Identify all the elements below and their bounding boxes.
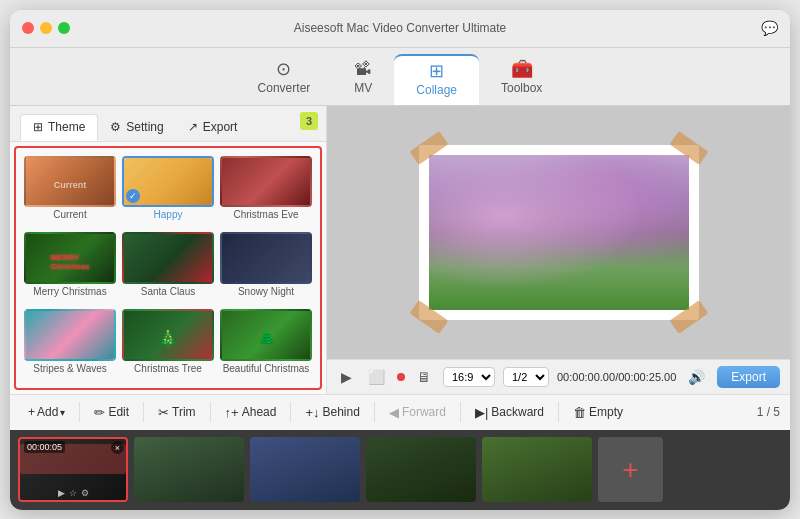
tab-converter-label: Converter	[258, 81, 311, 95]
right-panel: ▶ ⬜ 🖥 16:9 4:3 1:1 1/2 1/1 1/4	[327, 106, 790, 394]
timeline-item-2[interactable]	[134, 437, 244, 502]
tab-converter[interactable]: ⊙ Converter	[236, 54, 333, 105]
timeline-close-1[interactable]: ×	[111, 441, 124, 454]
monitor-button[interactable]: 🖥	[413, 367, 435, 387]
toolbox-icon: 🧰	[511, 60, 533, 78]
collage-icon: ⊞	[429, 62, 444, 80]
left-panel: ⊞ Theme ⚙ Setting ↗ Export 3	[10, 106, 327, 394]
theme-happy[interactable]: ✓ Happy	[122, 156, 214, 227]
tab-toolbox[interactable]: 🧰 Toolbox	[479, 54, 564, 105]
app-window: Aiseesoft Mac Video Converter Ultimate 💬…	[10, 10, 790, 510]
theme-beautiful[interactable]: 🌲 Beautiful Christmas	[220, 309, 312, 380]
time-total: 00:00:25.00	[618, 371, 676, 383]
backward-button[interactable]: ▶| Backward	[467, 401, 552, 424]
nav-tabs: ⊙ Converter 📽 MV ⊞ Collage 🧰 Toolbox	[10, 48, 790, 106]
tab-export-panel[interactable]: ↗ Export	[176, 114, 250, 141]
setting-icon: ⚙	[110, 120, 121, 134]
behind-icon: +↓	[305, 405, 319, 420]
theme-happy-label: Happy	[154, 209, 183, 220]
tl-play-icon-1[interactable]: ▶	[58, 488, 65, 498]
edit-button[interactable]: ✏ Edit	[86, 401, 137, 424]
resolution-select[interactable]: 1/2 1/1 1/4	[503, 367, 549, 387]
theme-icon: ⊞	[33, 120, 43, 134]
tab-mv-label: MV	[354, 81, 372, 95]
timeline-item-5[interactable]	[482, 437, 592, 502]
timeline-item-3[interactable]	[250, 437, 360, 502]
behind-label: Behind	[323, 405, 360, 419]
theme-stripes[interactable]: Stripes & Waves	[24, 309, 116, 380]
tab-collage-label: Collage	[416, 83, 457, 97]
timeline-time-1: 00:00:05	[24, 441, 65, 453]
add-button[interactable]: + Add ▾	[20, 401, 73, 423]
forward-label: Forward	[402, 405, 446, 419]
backward-icon: ▶|	[475, 405, 488, 420]
separator-1	[79, 402, 80, 422]
behind-button[interactable]: +↓ Behind	[297, 401, 367, 424]
preview-frame	[409, 135, 709, 330]
add-plus-icon: +	[622, 454, 638, 486]
recording-dot	[397, 373, 405, 381]
forward-button[interactable]: ◀ Forward	[381, 401, 454, 424]
titlebar-right: 💬	[761, 19, 778, 37]
badge: 3	[300, 112, 318, 130]
tab-mv[interactable]: 📽 MV	[332, 54, 394, 105]
timeline-controls-1: ▶ ☆ ⚙	[20, 488, 126, 498]
timeline: 00:00:05 × ▶ ☆ ⚙ +	[10, 430, 790, 510]
chat-icon[interactable]: 💬	[761, 20, 778, 36]
trim-button[interactable]: ✂ Trim	[150, 401, 204, 424]
tab-theme[interactable]: ⊞ Theme	[20, 114, 98, 141]
theme-current[interactable]: Current Current	[24, 156, 116, 227]
timeline-item-1[interactable]: 00:00:05 × ▶ ☆ ⚙	[18, 437, 128, 502]
ahead-label: Ahead	[242, 405, 277, 419]
theme-merry-christmas[interactable]: MERRYChristmas Merry Christmas	[24, 232, 116, 303]
separator-5	[374, 402, 375, 422]
theme-christmas-eve[interactable]: Christmas Eve	[220, 156, 312, 227]
theme-christmas-tree[interactable]: 🎄 Christmas Tree	[122, 309, 214, 380]
tab-collage[interactable]: ⊞ Collage	[394, 54, 479, 105]
titlebar: Aiseesoft Mac Video Converter Ultimate 💬	[10, 10, 790, 48]
edit-label: Edit	[108, 405, 129, 419]
bottom-toolbar: + Add ▾ ✏ Edit ✂ Trim ↑+ Ahead +↓ Be	[10, 394, 790, 430]
theme-snowy-night-label: Snowy Night	[238, 286, 294, 297]
tab-export-label: Export	[203, 120, 238, 134]
separator-4	[290, 402, 291, 422]
ratio-select[interactable]: 16:9 4:3 1:1	[443, 367, 495, 387]
time-current: 00:00:00.00	[557, 371, 615, 383]
main-content: ⊞ Theme ⚙ Setting ↗ Export 3	[10, 106, 790, 510]
theme-christmas-tree-label: Christmas Tree	[134, 363, 202, 374]
tab-toolbox-label: Toolbox	[501, 81, 542, 95]
tl-star-icon-1[interactable]: ☆	[69, 488, 77, 498]
converter-icon: ⊙	[276, 60, 291, 78]
traffic-lights	[22, 22, 70, 34]
theme-grid: Current Current ✓ Happy	[14, 146, 322, 390]
maximize-button[interactable]	[58, 22, 70, 34]
trim-icon: ✂	[158, 405, 169, 420]
empty-button[interactable]: 🗑 Empty	[565, 401, 631, 424]
mv-icon: 📽	[354, 60, 372, 78]
empty-icon: 🗑	[573, 405, 586, 420]
volume-button[interactable]: 🔊	[684, 367, 709, 387]
page-count: 1 / 5	[757, 405, 780, 419]
minimize-button[interactable]	[40, 22, 52, 34]
timeline-add-button[interactable]: +	[598, 437, 663, 502]
preview-photo	[419, 145, 699, 320]
ahead-button[interactable]: ↑+ Ahead	[217, 401, 285, 424]
timeline-item-4[interactable]	[366, 437, 476, 502]
theme-current-label: Current	[53, 209, 86, 220]
theme-beautiful-label: Beautiful Christmas	[223, 363, 310, 374]
close-button[interactable]	[22, 22, 34, 34]
play-button[interactable]: ▶	[337, 367, 356, 387]
theme-stripes-label: Stripes & Waves	[33, 363, 107, 374]
separator-3	[210, 402, 211, 422]
theme-santa-claus[interactable]: Santa Claus	[122, 232, 214, 303]
tl-settings-icon-1[interactable]: ⚙	[81, 488, 89, 498]
tab-setting[interactable]: ⚙ Setting	[98, 114, 175, 141]
trim-label: Trim	[172, 405, 196, 419]
export-button[interactable]: Export	[717, 366, 780, 388]
stop-button[interactable]: ⬜	[364, 367, 389, 387]
ahead-icon: ↑+	[225, 405, 239, 420]
tab-setting-label: Setting	[126, 120, 163, 134]
content-row: ⊞ Theme ⚙ Setting ↗ Export 3	[10, 106, 790, 394]
theme-snowy-night[interactable]: Snowy Night	[220, 232, 312, 303]
preview-controls: ▶ ⬜ 🖥 16:9 4:3 1:1 1/2 1/1 1/4	[327, 359, 790, 394]
